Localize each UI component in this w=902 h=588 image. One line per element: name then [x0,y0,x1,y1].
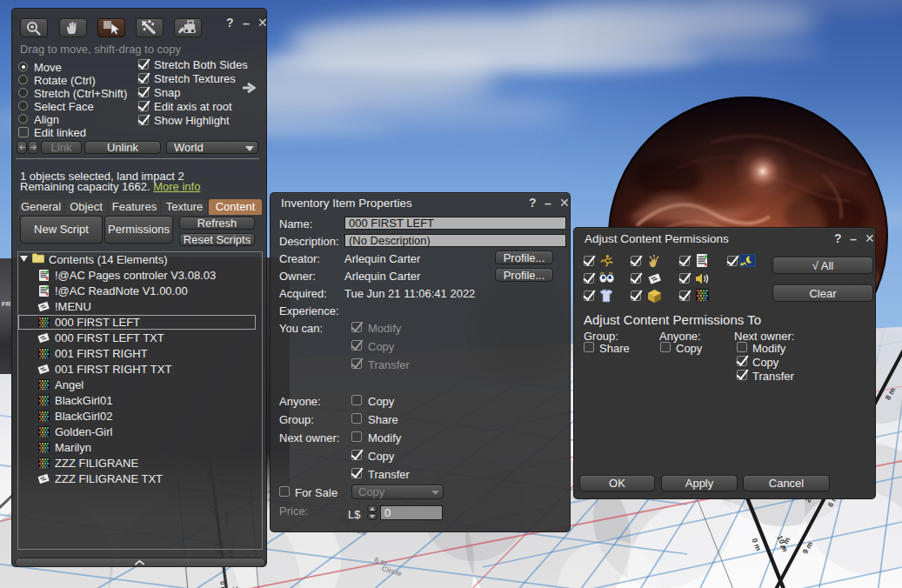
svg-text:0 m: 0 m [218,581,228,588]
